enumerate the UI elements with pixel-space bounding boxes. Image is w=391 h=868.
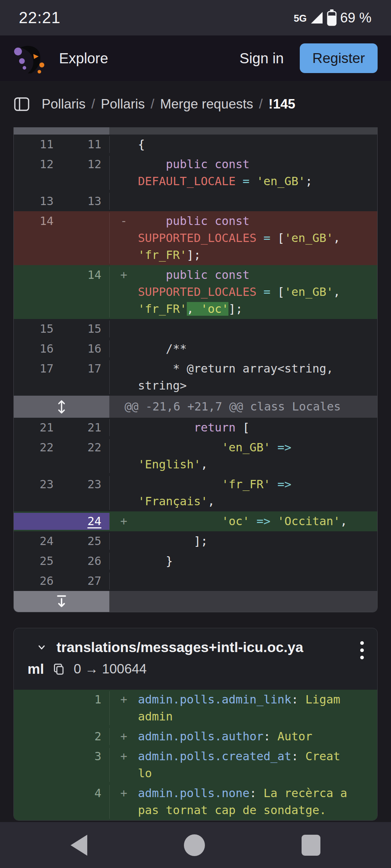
- app-logo[interactable]: [13, 43, 52, 73]
- diff-marker: [110, 320, 138, 337]
- old-line-number[interactable]: [14, 513, 62, 530]
- expand-down-button[interactable]: [14, 591, 109, 612]
- expand-up-row[interactable]: [14, 127, 377, 135]
- battery-percent: 69 %: [340, 10, 371, 26]
- old-line-number[interactable]: 17: [14, 360, 62, 394]
- code-cell: [109, 320, 377, 337]
- old-line-number[interactable]: [14, 267, 62, 318]
- expand-down-row[interactable]: [14, 591, 377, 612]
- code-line: /**: [138, 340, 377, 357]
- new-line-number[interactable]: 16: [62, 340, 109, 357]
- breadcrumb-project[interactable]: Pollaris: [101, 97, 145, 112]
- new-line-number[interactable]: [62, 213, 109, 264]
- diff-marker: +: [110, 785, 138, 819]
- old-line-number[interactable]: 11: [14, 136, 62, 153]
- new-line-number[interactable]: 15: [62, 320, 109, 337]
- code-line: admin.polls.created_at: Creat lo: [138, 748, 377, 782]
- old-line-number[interactable]: [14, 728, 62, 745]
- old-line-number[interactable]: 12: [14, 156, 62, 190]
- sign-in-link[interactable]: Sign in: [239, 50, 283, 67]
- line-number-gutter: 4: [14, 785, 109, 819]
- old-line-number[interactable]: 23: [14, 476, 62, 510]
- diff-row: 1313: [14, 191, 377, 211]
- line-number-gutter: 24: [14, 513, 109, 530]
- expand-both-button[interactable]: [14, 396, 109, 418]
- diff-marker: +: [110, 728, 138, 745]
- new-line-number[interactable]: 26: [62, 553, 109, 570]
- code-cell: +admin.polls.created_at: Creat lo: [109, 748, 377, 782]
- new-line-number[interactable]: 17: [62, 360, 109, 394]
- old-line-number[interactable]: 21: [14, 419, 62, 436]
- line-number-gutter: 2323: [14, 476, 109, 510]
- code-cell: +admin.polls.none: La recèrca a pas torn…: [109, 785, 377, 819]
- android-nav-bar: [0, 822, 391, 868]
- new-line-number[interactable]: 23: [62, 476, 109, 510]
- new-line-number[interactable]: 13: [62, 193, 109, 210]
- breadcrumb-separator: /: [259, 97, 262, 112]
- code-cell: - public const SUPPORTED_LOCALES = ['en_…: [109, 213, 377, 264]
- breadcrumb-mr-id[interactable]: !145: [269, 97, 295, 112]
- old-line-number[interactable]: [14, 785, 62, 819]
- diff-marker: [110, 476, 138, 510]
- code-line: 'oc' => 'Occitan',: [138, 513, 377, 530]
- home-icon[interactable]: [184, 834, 205, 856]
- new-line-number[interactable]: 11: [62, 136, 109, 153]
- code-line: 'fr_FR' => 'Français',: [138, 476, 377, 510]
- expand-up-button[interactable]: [14, 127, 109, 135]
- diff-row: 24+ 'oc' => 'Occitan',: [14, 511, 377, 531]
- diff-row: 14- public const SUPPORTED_LOCALES = ['e…: [14, 211, 377, 265]
- code-cell: [109, 193, 377, 210]
- old-line-number[interactable]: 26: [14, 573, 62, 590]
- breadcrumb-group[interactable]: Pollaris: [42, 97, 85, 112]
- line-number-gutter: 2627: [14, 573, 109, 590]
- old-line-number[interactable]: 24: [14, 533, 62, 550]
- old-line-number[interactable]: 15: [14, 320, 62, 337]
- breadcrumb-merge-requests[interactable]: Merge requests: [160, 97, 253, 112]
- kebab-menu-icon[interactable]: [360, 641, 364, 660]
- line-number-gutter: 1515: [14, 320, 109, 337]
- register-button[interactable]: Register: [300, 43, 378, 73]
- new-line-number[interactable]: 12: [62, 156, 109, 190]
- code-line: admin.polls.admin_link: Ligam admin: [138, 691, 377, 725]
- file-mode-change: 0 → 100644: [74, 661, 147, 677]
- expand-row-filler: [109, 127, 377, 135]
- new-line-number[interactable]: 21: [62, 419, 109, 436]
- new-line-number[interactable]: 4: [62, 785, 109, 819]
- code-cell: * @return array<string, string>: [109, 360, 377, 394]
- diff-row: 1616 /**: [14, 339, 377, 359]
- chevron-down-icon[interactable]: [36, 642, 47, 653]
- file-name-wrap[interactable]: ml: [28, 659, 44, 679]
- old-line-number[interactable]: 13: [14, 193, 62, 210]
- line-number-gutter: 2425: [14, 533, 109, 550]
- old-line-number[interactable]: 14: [14, 213, 62, 264]
- new-line-number[interactable]: 1: [62, 691, 109, 725]
- back-icon[interactable]: [71, 835, 87, 856]
- new-line-number[interactable]: 2: [62, 728, 109, 745]
- new-line-number[interactable]: 3: [62, 748, 109, 782]
- new-line-number[interactable]: 27: [62, 573, 109, 590]
- recent-apps-icon[interactable]: [302, 835, 320, 856]
- copy-icon[interactable]: [52, 662, 66, 676]
- diff-marker: [110, 360, 138, 394]
- old-line-number[interactable]: 22: [14, 439, 62, 473]
- code-line: public const DEFAULT_LOCALE = 'en_GB';: [138, 156, 377, 190]
- sidebar-toggle-icon[interactable]: [13, 96, 30, 112]
- old-line-number[interactable]: 25: [14, 553, 62, 570]
- code-cell: ];: [109, 533, 377, 550]
- old-line-number[interactable]: [14, 748, 62, 782]
- old-line-number[interactable]: [14, 691, 62, 725]
- code-cell: {: [109, 136, 377, 153]
- old-line-number[interactable]: 16: [14, 340, 62, 357]
- nav-explore[interactable]: Explore: [59, 50, 108, 67]
- diff-row: 1212 public const DEFAULT_LOCALE = 'en_G…: [14, 154, 377, 191]
- diff-row: 3+admin.polls.created_at: Creat lo: [14, 746, 377, 783]
- file-name[interactable]: translations/messages+intl-icu.oc.ya: [56, 638, 303, 657]
- new-line-number[interactable]: 25: [62, 533, 109, 550]
- network-type-label: 5G: [294, 13, 307, 24]
- code-cell: /**: [109, 340, 377, 357]
- new-line-number[interactable]: 22: [62, 439, 109, 473]
- new-line-number[interactable]: 24: [62, 513, 109, 530]
- file-header[interactable]: translations/messages+intl-icu.oc.ya ml …: [14, 628, 377, 690]
- battery-icon: [327, 9, 337, 26]
- new-line-number[interactable]: 14: [62, 267, 109, 318]
